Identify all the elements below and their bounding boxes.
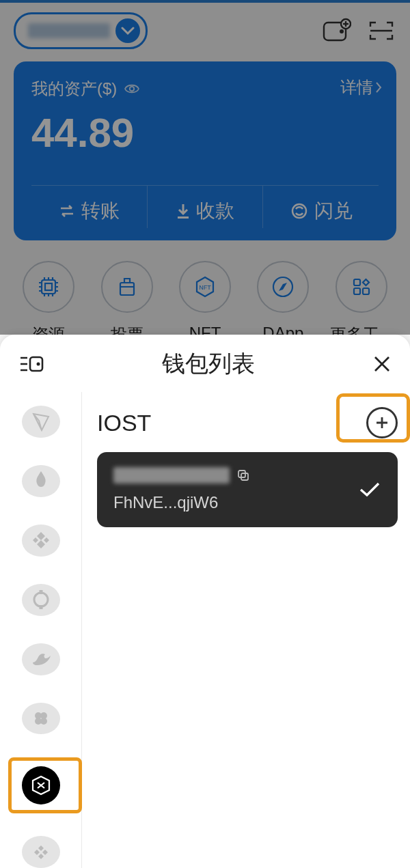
svg-point-1: [340, 29, 344, 33]
svg-rect-12: [363, 288, 369, 294]
wallet-address: FhNvE...qjiW6: [113, 493, 250, 512]
chain-bird-icon[interactable]: [22, 643, 60, 675]
wallet-name-blurred: [28, 23, 110, 38]
wallet-list-sheet: 钱包列表 IOST: [0, 335, 410, 868]
sheet-title: 钱包列表: [45, 348, 372, 380]
chain-clover-icon[interactable]: [22, 703, 60, 735]
svg-rect-11: [354, 279, 360, 285]
check-icon: [358, 477, 381, 503]
compass-icon: [257, 261, 309, 313]
chevron-down-icon: [115, 18, 140, 43]
add-wallet-button[interactable]: [366, 407, 398, 438]
svg-rect-13: [354, 288, 360, 294]
grid-icon: [336, 261, 387, 313]
manage-wallets-icon[interactable]: [18, 352, 45, 376]
shortcut-vote[interactable]: 投票: [90, 261, 165, 346]
wallet-selector[interactable]: [14, 12, 148, 49]
cpu-icon: [23, 261, 74, 313]
shortcut-nft[interactable]: NFT NFT: [167, 261, 243, 346]
receive-button[interactable]: 收款: [148, 186, 264, 228]
svg-text:NFT: NFT: [199, 284, 211, 291]
shortcut-dapp[interactable]: DApp: [245, 261, 320, 346]
wallet-card[interactable]: FhNvE...qjiW6: [97, 452, 398, 527]
swap-button[interactable]: 闪兑: [263, 186, 379, 228]
chain-name-label: IOST: [97, 410, 151, 436]
chain-bsc-icon[interactable]: [22, 836, 60, 868]
chain-iost-icon[interactable]: [22, 766, 60, 804]
chain-polkadot-icon[interactable]: [22, 584, 60, 616]
svg-point-3: [130, 87, 134, 91]
svg-rect-4: [178, 216, 189, 219]
asset-detail-link[interactable]: 详情: [340, 76, 383, 98]
wallet-card-name-blurred: [113, 467, 230, 484]
svg-rect-14: [30, 357, 42, 371]
chain-huobi-icon[interactable]: [22, 465, 60, 497]
shortcut-resource[interactable]: 资源: [11, 261, 86, 346]
svg-point-15: [37, 363, 40, 366]
scan-icon[interactable]: [366, 17, 396, 44]
svg-point-20: [40, 718, 47, 725]
svg-point-16: [34, 593, 48, 606]
add-wallet-icon[interactable]: [321, 17, 351, 44]
chain-rail: [0, 392, 82, 868]
svg-rect-6: [42, 280, 55, 294]
top-bar: [0, 3, 410, 59]
chain-bnb-icon[interactable]: [22, 524, 60, 557]
shortcut-more[interactable]: 更多工...: [324, 261, 399, 346]
vote-icon: [101, 261, 153, 313]
wallet-panel: IOST FhNvE...qjiW6: [82, 392, 410, 868]
asset-card: 我的资产($) 44.89 详情 转账 收款 闪兑: [14, 61, 396, 240]
eye-icon[interactable]: [124, 83, 140, 95]
close-icon[interactable]: [372, 354, 392, 374]
asset-amount: 44.89: [31, 109, 379, 156]
svg-rect-8: [120, 283, 134, 295]
copy-icon[interactable]: [236, 468, 250, 482]
transfer-button[interactable]: 转账: [31, 186, 148, 228]
chain-tron-icon[interactable]: [22, 406, 60, 438]
svg-rect-7: [45, 283, 52, 290]
svg-point-5: [292, 204, 306, 218]
asset-label: 我的资产($): [31, 78, 117, 100]
nft-icon: NFT: [179, 261, 231, 313]
